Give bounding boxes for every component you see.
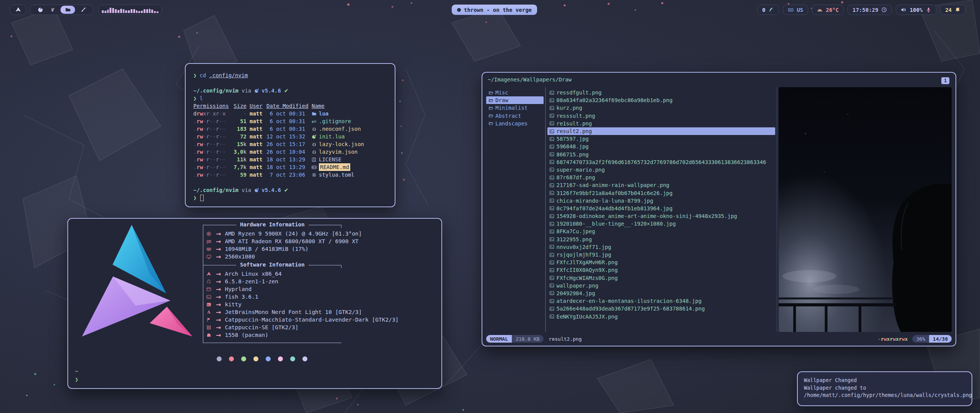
arrow-icon: → [216, 230, 221, 237]
file-row[interactable]: ressdfgult.png [547, 89, 775, 96]
pane-divider [545, 87, 546, 332]
file-row[interactable]: atardecer-en-la-montanas-ilustracion-634… [547, 297, 775, 305]
tab-badge[interactable]: 1 [941, 77, 949, 84]
file-row[interactable]: FXfcHgcWIAMzs0G.png [547, 274, 775, 282]
fetch-info-row: →6.5.8-zen1-1-zen [203, 278, 341, 285]
listing-row: .rw-r--r--7,7kmatt18 oct 13:29README.md [193, 163, 387, 171]
file-row[interactable]: 5a266e448add93deab367d87173e9f25-6837886… [547, 305, 775, 312]
file-row[interactable]: 08a634fa02a32364f69ebc86a98eb1eb.png [547, 96, 775, 104]
prompt-symbol: ❯ [193, 72, 196, 79]
file-manager-window[interactable]: ~/Imagenes/Wallpapers/Draw 1 MiscDrawMin… [482, 72, 956, 346]
visualizer-bar [107, 10, 109, 13]
image-icon [549, 252, 554, 257]
fetch-info-row: →Catppuccin-Macchiato-Standard-Lavender-… [203, 316, 341, 324]
file-row[interactable]: nnvuv0xj2df71.jpg [547, 243, 775, 251]
theme-icon [206, 317, 211, 322]
file-row[interactable]: kurz.png [547, 104, 775, 112]
system-fetch-window[interactable]: Hardware Information →AMD Ryzen 9 5900X … [67, 218, 442, 389]
file-row[interactable]: 3126f7e9bbf21a8a4af0b67b041c6e26.jpg [547, 189, 775, 197]
fetch-info-row: →AMD ATI Radeon RX 6800/6800 XT / 6900 X… [203, 237, 341, 245]
json-icon: {} [312, 127, 317, 132]
file-row[interactable]: FXfcJlTXgAMvH6R.png [547, 259, 775, 266]
tux-icon [206, 279, 211, 284]
file-row[interactable]: re1sult.png [547, 120, 775, 127]
palette-dot [290, 356, 295, 361]
gpu-icon [206, 239, 211, 244]
listing-row: .rw-r--r--15kmatt26 oct 15:17{}lazy-lock… [193, 140, 387, 148]
terminal-window[interactable]: ❯cd.config/nvim ~/.config/nvimviav5.4.6✔… [185, 63, 395, 207]
pane-divider [777, 87, 777, 332]
image-icon [549, 283, 554, 288]
image-icon [549, 98, 554, 103]
app-launcher-button[interactable] [10, 5, 26, 15]
volume-module[interactable]: 100% [896, 5, 936, 15]
file-row[interactable]: 20492984.jpg [547, 289, 775, 297]
image-icon [549, 175, 554, 180]
arrow-icon: → [216, 278, 221, 285]
wm-icon [206, 287, 211, 292]
file-row[interactable]: rsjqojlmjhf91.jpg [547, 251, 775, 259]
lua-icon [254, 88, 259, 93]
file-row[interactable]: 19201080-__blue-tinge__-1920×1080.jpg [547, 220, 775, 228]
workspace-folder[interactable] [60, 6, 75, 14]
file-row[interactable]: 866715.png [547, 151, 775, 158]
image-icon [549, 237, 554, 242]
file-row[interactable]: EeNKYgIUcAAJ5JX.png [547, 312, 775, 320]
arrow-icon: → [216, 332, 221, 339]
file-row[interactable]: 596848.jpg [547, 143, 775, 150]
scroll-percent: 36% [912, 335, 929, 343]
updates-module[interactable]: 0 [757, 5, 779, 15]
folder-icon [65, 7, 71, 13]
sidebar-dir-landscapes[interactable]: Landscapes [486, 120, 544, 127]
file-row[interactable]: 68747470733a2f2f696d616765732d7769786d70… [547, 158, 775, 166]
file-row[interactable]: 154928-odinokoe_anime-art-anime-okno-sin… [547, 212, 775, 220]
file-row[interactable]: 87r687df.png [547, 174, 775, 181]
image-icon [549, 291, 554, 296]
file-row[interactable]: resssult.png [547, 112, 775, 120]
speaker-icon [901, 7, 906, 13]
file-row[interactable]: 8FKa7Cu.jpeg [547, 228, 775, 235]
file-row[interactable]: 587597.jpg [547, 135, 775, 143]
workspace-brush[interactable] [79, 6, 87, 14]
file-row[interactable]: super-mario.png [547, 166, 775, 174]
palette-dot [253, 356, 258, 361]
fetch-shell-prompt[interactable]: ~ ❯ [75, 367, 78, 384]
listing-row: .rw-r--r--72matt12 oct 15:32init.lua [193, 133, 387, 140]
active-window-title[interactable]: thrown - on the verge [452, 5, 537, 15]
fetch-info-row: →Hyprland [203, 285, 341, 293]
notification-body: Wallpaper changed to /home/matt/.config/… [804, 384, 965, 399]
file-row[interactable]: 217167-sad-anime-rain-wallpaper.png [547, 181, 775, 189]
file-row[interactable]: 3122955.png [547, 236, 775, 243]
image-icon [549, 306, 554, 311]
bell-icon [955, 7, 960, 13]
lua-icon [312, 134, 317, 139]
file-row[interactable]: chica-mirando-la-luna-8799.jpg [547, 197, 775, 205]
sidebar-dir-misc[interactable]: Misc [486, 89, 544, 96]
clock-module[interactable]: 17:50:29 [848, 5, 892, 15]
sidebar-dir-draw[interactable]: Draw [486, 96, 544, 104]
cpu-icon [206, 231, 211, 236]
notifications-module[interactable]: 24 [940, 5, 965, 15]
workspace-firefox[interactable] [36, 6, 44, 14]
listing-row: .rw-r--r--3,0kmatt26 oct 10:04{}lazyvim.… [193, 148, 387, 156]
file-row[interactable]: FXfcII0X0AQyn9X.png [547, 266, 775, 274]
fetch-info-panel: Hardware Information →AMD Ryzen 9 5900X … [203, 225, 341, 343]
image-icon [549, 183, 554, 188]
image-icon [549, 144, 554, 149]
listing-row: .rw-r--r--11kmatt18 oct 13:29LICENSE [193, 156, 387, 163]
keyboard-module[interactable]: US [783, 5, 808, 15]
notification-toast[interactable]: Wallpaper Changed Wallpaper changed to /… [797, 371, 972, 406]
book-icon [312, 157, 317, 162]
terminal-prompt[interactable]: ❯ [193, 194, 387, 202]
file-row[interactable]: 0c794faf07de24a4db4d4fb1eb813964.jpg [547, 205, 775, 212]
sidebar-dir-abstract[interactable]: Abstract [486, 112, 544, 120]
sidebar-dir-minimalist[interactable]: Minimalist [486, 104, 544, 112]
workspace-vim[interactable]: V [48, 6, 57, 14]
file-permissions: -rwxrwxrwx [878, 336, 908, 342]
visualizer-bar [144, 9, 145, 13]
weather-module[interactable]: 26°C [812, 5, 844, 15]
file-row[interactable]: wallpaper.png [547, 282, 775, 289]
file-row[interactable]: result2.png [547, 127, 775, 135]
software-section-title: Software Information [236, 262, 309, 268]
arrow-icon: → [216, 270, 221, 278]
